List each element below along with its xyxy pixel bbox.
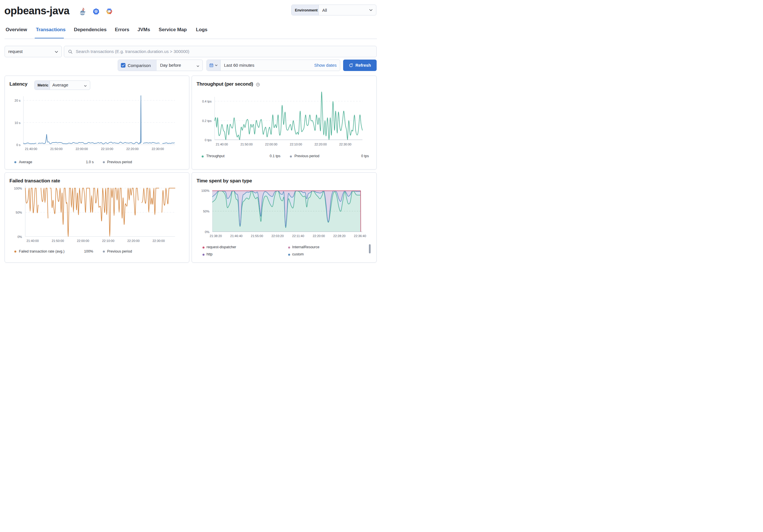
svg-text:?: ? — [257, 83, 259, 86]
